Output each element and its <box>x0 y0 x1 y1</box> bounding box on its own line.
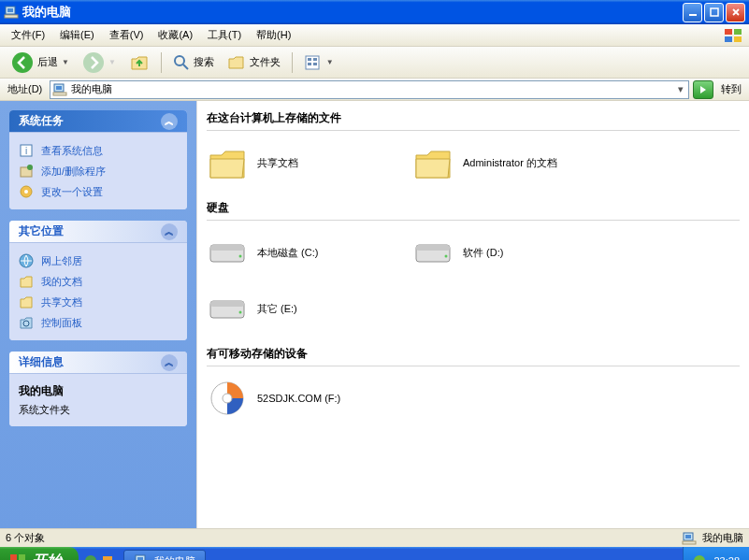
back-button[interactable]: 后退 ▼ <box>6 49 75 77</box>
views-button[interactable]: ▼ <box>298 51 339 74</box>
hard-disk-icon <box>207 292 248 325</box>
file-item-shared-docs[interactable]: 共享文档 <box>207 142 412 183</box>
status-objects: 6 个对象 <box>6 531 45 545</box>
search-label: 搜索 <box>194 55 214 69</box>
hard-disk-icon <box>412 236 454 269</box>
place-control-panel[interactable]: 控制面板 <box>19 312 178 333</box>
forward-arrow-icon <box>82 51 105 74</box>
disk-item-e[interactable]: 其它 (E:) <box>207 288 412 329</box>
place-network[interactable]: 网上邻居 <box>19 251 178 271</box>
back-arrow-icon <box>11 51 34 74</box>
svg-rect-41 <box>683 541 696 544</box>
my-computer-icon <box>682 531 697 546</box>
removable-label: 52SDJK.COM (F:) <box>257 393 340 404</box>
my-computer-icon <box>134 553 149 560</box>
menu-tools[interactable]: 工具(T) <box>200 25 249 45</box>
start-label: 开始 <box>32 552 62 561</box>
folder-icon <box>207 144 248 181</box>
svg-point-36 <box>239 311 242 314</box>
quick-launch <box>79 554 120 560</box>
panel-body: 网上邻居 我的文档 共享文档 控制面板 <box>9 243 187 340</box>
svg-rect-5 <box>725 29 732 35</box>
section-heading-files: 在这台计算机上存储的文件 <box>207 110 740 128</box>
details-header[interactable]: 详细信息 ︽ <box>9 352 187 374</box>
forward-button[interactable]: ▼ <box>77 49 122 77</box>
menu-favorites[interactable]: 收藏(A) <box>151 25 200 45</box>
go-arrow-icon <box>698 84 709 95</box>
tray-clock[interactable]: 23:28 <box>713 555 740 560</box>
info-icon: i <box>19 143 34 158</box>
minimize-button[interactable] <box>683 3 702 22</box>
address-label: 地址(D) <box>4 82 46 96</box>
main-view: 在这台计算机上存储的文件 共享文档 Administrator 的文档 硬盘 本… <box>196 101 749 528</box>
address-dropdown-icon[interactable]: ▾ <box>675 83 686 95</box>
menu-edit[interactable]: 编辑(E) <box>52 25 102 45</box>
taskbar-button-my-computer[interactable]: 我的电脑 <box>123 550 206 560</box>
disk-item-c[interactable]: 本地磁盘 (C:) <box>207 232 412 273</box>
control-panel-icon <box>19 315 34 330</box>
svg-rect-6 <box>734 29 742 35</box>
other-places-panel: 其它位置 ︽ 网上邻居 我的文档 共享文档 控制面板 <box>9 221 187 340</box>
my-computer-icon <box>52 82 67 97</box>
start-button[interactable]: 开始 <box>0 547 79 560</box>
task-add-remove[interactable]: 添加/删除程序 <box>19 161 178 181</box>
address-bar: 地址(D) 我的电脑 ▾ 转到 <box>0 79 749 101</box>
add-remove-icon <box>19 164 34 179</box>
svg-rect-29 <box>210 245 244 251</box>
svg-rect-16 <box>313 63 317 65</box>
disks-grid: 本地磁盘 (C:) 软件 (D:) 其它 (E:) <box>207 228 740 340</box>
details-panel: 详细信息 ︽ 我的电脑 系统文件夹 <box>9 352 187 426</box>
search-button[interactable]: 搜索 <box>167 51 220 74</box>
tray-icon[interactable] <box>693 554 706 560</box>
other-places-header[interactable]: 其它位置 ︽ <box>9 221 187 243</box>
svg-point-51 <box>694 555 705 560</box>
go-button[interactable] <box>693 80 713 99</box>
back-label: 后退 <box>37 55 58 69</box>
chevron-down-icon: ▼ <box>108 58 116 66</box>
removable-item-f[interactable]: 52SDJK.COM (F:) <box>207 378 412 419</box>
place-label: 我的文档 <box>41 275 82 289</box>
folder-icon <box>412 144 454 181</box>
svg-point-33 <box>445 255 448 258</box>
svg-point-25 <box>24 190 28 194</box>
file-item-admin-docs[interactable]: Administrator 的文档 <box>412 142 618 183</box>
quick-launch-icon[interactable] <box>84 554 97 560</box>
close-button[interactable] <box>726 3 745 22</box>
svg-rect-13 <box>308 58 311 61</box>
svg-rect-14 <box>308 63 311 65</box>
svg-rect-32 <box>416 245 450 251</box>
place-label: 控制面板 <box>41 316 82 330</box>
file-label: 共享文档 <box>257 156 298 170</box>
task-system-info[interactable]: i 查看系统信息 <box>19 140 178 161</box>
place-my-documents[interactable]: 我的文档 <box>19 271 178 292</box>
disk-label: 软件 (D:) <box>463 246 503 260</box>
place-shared-documents[interactable]: 共享文档 <box>19 292 178 312</box>
maximize-button[interactable] <box>704 3 724 22</box>
menu-help[interactable]: 帮助(H) <box>249 25 298 45</box>
place-label: 网上邻居 <box>41 254 82 268</box>
system-tray: 23:28 <box>683 547 749 560</box>
folders-button[interactable]: 文件夹 <box>222 51 286 74</box>
svg-text:i: i <box>25 146 27 156</box>
menu-view[interactable]: 查看(V) <box>102 25 151 45</box>
task-label: 添加/删除程序 <box>41 165 106 179</box>
menu-file[interactable]: 文件(F) <box>4 25 52 45</box>
windows-logo-icon <box>9 553 26 560</box>
svg-rect-43 <box>19 554 25 560</box>
section-divider <box>207 130 740 131</box>
svg-rect-3 <box>689 14 697 16</box>
system-tasks-header[interactable]: 系统任务 ︽ <box>9 110 187 133</box>
svg-point-11 <box>175 56 184 65</box>
up-button[interactable] <box>123 50 155 76</box>
svg-point-10 <box>83 52 104 73</box>
panel-body: i 查看系统信息 添加/删除程序 更改一个设置 <box>9 133 187 209</box>
collapse-icon: ︽ <box>161 223 178 240</box>
svg-point-23 <box>27 165 33 170</box>
disk-item-d[interactable]: 软件 (D:) <box>412 232 618 273</box>
chevron-down-icon: ▼ <box>62 58 69 66</box>
quick-launch-icon[interactable] <box>101 554 114 560</box>
hard-disk-icon <box>207 236 248 269</box>
go-label: 转到 <box>717 82 745 96</box>
task-change-setting[interactable]: 更改一个设置 <box>19 181 178 202</box>
address-input[interactable]: 我的电脑 ▾ <box>50 80 689 99</box>
